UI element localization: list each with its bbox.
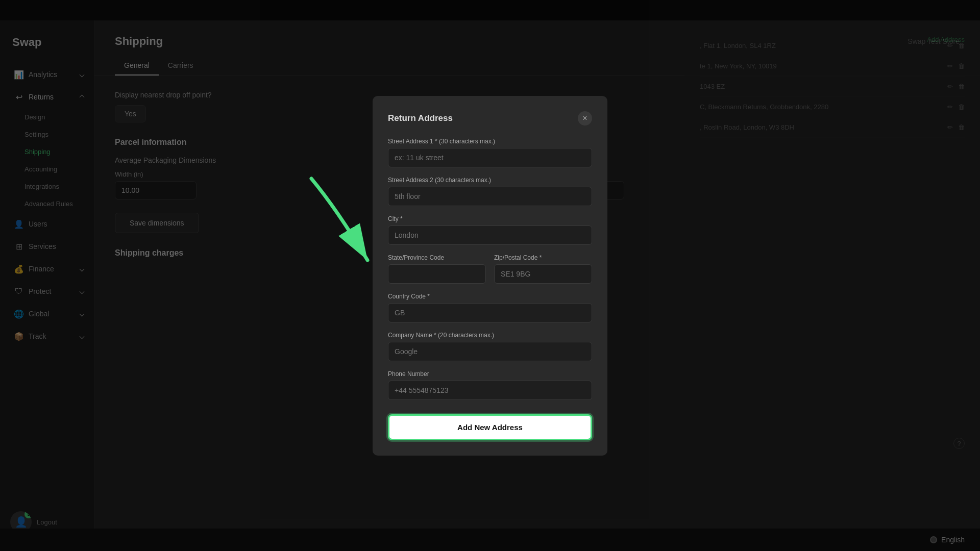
city-input[interactable] xyxy=(388,226,592,245)
zip-input[interactable] xyxy=(494,264,592,284)
modal-title: Return Address xyxy=(388,113,453,123)
company-label: Company Name * (20 characters max.) xyxy=(388,332,592,339)
country-input[interactable] xyxy=(388,303,592,322)
street1-input[interactable] xyxy=(388,148,592,167)
modal-close-button[interactable]: × xyxy=(578,111,592,126)
main-content: Shipping Swap Test Store General Carrier… xyxy=(94,20,980,551)
company-input[interactable] xyxy=(388,342,592,361)
field-company: Company Name * (20 characters max.) xyxy=(388,332,592,361)
state-zip-row: State/Province Code Zip/Postal Code * xyxy=(388,254,592,293)
state-label: State/Province Code xyxy=(388,254,486,261)
country-label: Country Code * xyxy=(388,293,592,300)
street1-label: Street Address 1 * (30 characters max.) xyxy=(388,138,592,145)
city-label: City * xyxy=(388,215,592,222)
field-zip: Zip/Postal Code * xyxy=(494,254,592,284)
modal-overlay[interactable]: Return Address × Street Address 1 * (30 … xyxy=(94,20,980,551)
field-phone: Phone Number xyxy=(388,370,592,400)
state-input[interactable] xyxy=(388,264,486,284)
street2-input[interactable] xyxy=(388,187,592,206)
modal-header: Return Address × xyxy=(388,111,592,126)
field-country: Country Code * xyxy=(388,293,592,322)
phone-label: Phone Number xyxy=(388,370,592,378)
modal-return-address: Return Address × Street Address 1 * (30 … xyxy=(373,96,607,456)
zip-label: Zip/Postal Code * xyxy=(494,254,592,261)
field-state: State/Province Code xyxy=(388,254,486,284)
field-city: City * xyxy=(388,215,592,245)
phone-input[interactable] xyxy=(388,381,592,400)
street2-label: Street Address 2 (30 characters max.) xyxy=(388,177,592,184)
field-street1: Street Address 1 * (30 characters max.) xyxy=(388,138,592,167)
add-new-address-button[interactable]: Add New Address xyxy=(388,414,592,440)
field-street2: Street Address 2 (30 characters max.) xyxy=(388,177,592,206)
